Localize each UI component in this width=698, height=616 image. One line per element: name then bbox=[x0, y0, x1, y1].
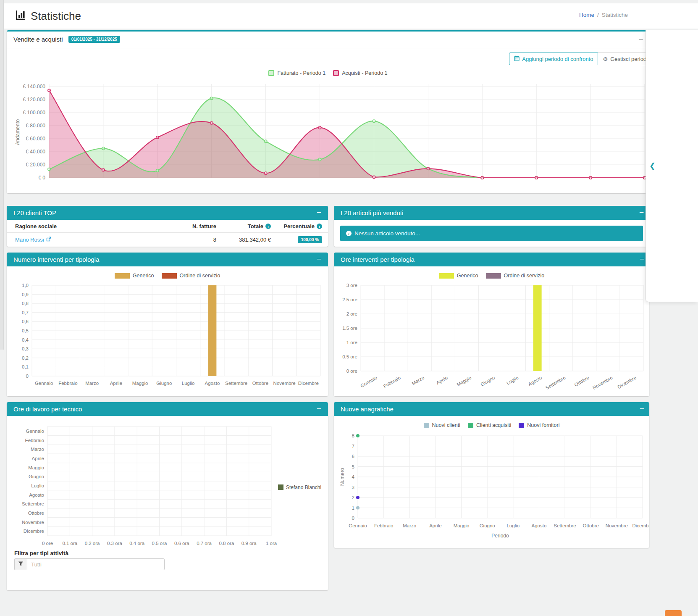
collapse-button[interactable]: − bbox=[640, 254, 644, 265]
svg-text:Novembre: Novembre bbox=[592, 375, 614, 390]
add-comparison-period-button[interactable]: Aggiungi periodo di confronto bbox=[509, 53, 598, 65]
legend-item[interactable]: Acquisti - Periodo 1 bbox=[333, 70, 387, 76]
svg-text:€ 80.000: € 80.000 bbox=[26, 123, 45, 129]
empty-articles-alert: i Nessun articolo venduto... bbox=[340, 226, 643, 241]
svg-text:Giugno: Giugno bbox=[480, 375, 496, 387]
svg-text:0.7 ora: 0.7 ora bbox=[197, 541, 212, 546]
panel-ore-lavoro-header: Ore di lavoro per tecnico − bbox=[7, 402, 328, 416]
svg-text:Ottobre: Ottobre bbox=[583, 523, 599, 528]
collapse-button[interactable]: − bbox=[317, 254, 321, 265]
svg-text:€ 60.000: € 60.000 bbox=[26, 136, 45, 142]
panel-top-articoli-header: I 20 articoli più venduti − bbox=[334, 206, 649, 220]
chevron-left-icon[interactable]: ❮ bbox=[649, 161, 656, 171]
client-percentuale-badge-cell: 100,00 % bbox=[277, 233, 328, 247]
svg-text:Novembre: Novembre bbox=[606, 523, 628, 528]
svg-text:Maggio: Maggio bbox=[28, 465, 44, 470]
breadcrumb-home-link[interactable]: Home bbox=[579, 12, 594, 18]
filter-button[interactable] bbox=[14, 558, 27, 570]
collapse-button[interactable]: − bbox=[639, 207, 644, 218]
svg-text:Luglio: Luglio bbox=[506, 375, 520, 386]
svg-text:Settembre: Settembre bbox=[545, 375, 567, 390]
legend-item[interactable]: Clienti acquisiti bbox=[468, 422, 511, 428]
svg-text:0,1: 0,1 bbox=[22, 364, 29, 369]
panel-numero-interventi: Numero interventi per tipologia − Generi… bbox=[7, 253, 328, 396]
svg-text:1: 1 bbox=[352, 505, 354, 511]
page-title: Statistiche bbox=[31, 10, 81, 23]
legend-swatch bbox=[268, 70, 274, 76]
svg-text:Luglio: Luglio bbox=[182, 381, 195, 386]
svg-text:6: 6 bbox=[352, 454, 354, 459]
vendite-chart-legend: Fatturato - Periodo 1Acquisti - Periodo … bbox=[7, 70, 649, 76]
period-badge: 01/01/2025 - 31/12/2025 bbox=[68, 36, 120, 43]
svg-text:0: 0 bbox=[26, 374, 29, 379]
svg-text:Maggio: Maggio bbox=[456, 375, 472, 387]
breadcrumb-current: Statistiche bbox=[602, 12, 628, 18]
legend-label: Ordine di servizio bbox=[180, 273, 220, 279]
svg-text:Giugno: Giugno bbox=[480, 523, 495, 528]
svg-text:0 ore: 0 ore bbox=[42, 541, 53, 546]
svg-text:0,9: 0,9 bbox=[22, 292, 29, 297]
svg-text:Marzo: Marzo bbox=[411, 375, 425, 386]
panel-ore-lavoro-title: Ore di lavoro per tecnico bbox=[13, 405, 82, 413]
legend-item[interactable]: Generico bbox=[115, 273, 154, 279]
manage-periods-button[interactable]: ⚙ Gestisci periodi bbox=[598, 53, 649, 65]
svg-text:3: 3 bbox=[352, 485, 354, 490]
svg-text:Ottobre: Ottobre bbox=[574, 375, 590, 387]
floating-action-button[interactable] bbox=[665, 610, 682, 616]
svg-text:€ 120.000: € 120.000 bbox=[23, 97, 46, 103]
svg-text:Agosto: Agosto bbox=[532, 523, 547, 528]
breadcrumb: Home / Statistiche bbox=[579, 12, 628, 18]
svg-text:Novembre: Novembre bbox=[22, 520, 44, 525]
funnel-icon bbox=[18, 561, 24, 568]
panel-ore-interventi-header: Ore interventi per tipologia − bbox=[334, 253, 649, 266]
info-icon[interactable]: i bbox=[265, 224, 271, 229]
svg-text:Aprile: Aprile bbox=[429, 523, 441, 528]
svg-text:Marzo: Marzo bbox=[403, 523, 416, 528]
collapsed-sidebar-strip bbox=[0, 0, 4, 350]
external-link-icon bbox=[46, 237, 51, 243]
svg-text:Ottobre: Ottobre bbox=[28, 511, 44, 516]
svg-text:Dicembre: Dicembre bbox=[617, 375, 637, 390]
svg-text:5: 5 bbox=[352, 464, 354, 469]
client-link[interactable]: Mario Rossi bbox=[15, 237, 51, 243]
collapse-button[interactable]: − bbox=[317, 207, 321, 218]
filter-activity-input[interactable] bbox=[27, 558, 165, 570]
svg-text:Febbraio: Febbraio bbox=[25, 438, 44, 443]
legend-item[interactable]: Fatturato - Periodo 1 bbox=[268, 70, 325, 76]
percent-badge: 100,00 % bbox=[298, 236, 322, 243]
svg-text:2.5 ore: 2.5 ore bbox=[342, 297, 357, 302]
vendite-toolbar: Aggiungi periodo di confronto ⚙ Gestisci… bbox=[509, 53, 649, 65]
svg-text:0.5 ore: 0.5 ore bbox=[342, 354, 357, 359]
svg-text:1 ora: 1 ora bbox=[266, 541, 277, 546]
svg-text:Periodo: Periodo bbox=[491, 533, 509, 539]
legend-item[interactable]: Ordine di servizio bbox=[162, 273, 220, 279]
legend-item[interactable]: Ordine di servizio bbox=[486, 273, 545, 279]
svg-text:3 ore: 3 ore bbox=[346, 283, 357, 288]
calendar-icon bbox=[514, 55, 520, 62]
svg-text:0 ore: 0 ore bbox=[346, 369, 357, 374]
svg-text:0.2 ora: 0.2 ora bbox=[85, 541, 100, 546]
collapse-button[interactable]: − bbox=[317, 403, 321, 414]
bar-chart-icon bbox=[15, 9, 26, 23]
legend-swatch bbox=[519, 423, 524, 428]
legend-item[interactable]: Generico bbox=[439, 273, 478, 279]
svg-text:0.1 ora: 0.1 ora bbox=[62, 541, 77, 546]
legend-label: Generico bbox=[457, 273, 478, 279]
panel-ore-interventi: Ore interventi per tipologia − GenericoO… bbox=[334, 253, 649, 396]
svg-text:€ 140.000: € 140.000 bbox=[23, 84, 46, 90]
numero-chart-legend: GenericoOrdine di servizio bbox=[7, 273, 328, 279]
ore-interventi-chart: 0 ore0.5 ore1 ore1.5 ore2 ore2.5 ore3 or… bbox=[334, 282, 649, 392]
svg-text:€ 100.000: € 100.000 bbox=[23, 110, 46, 116]
info-icon[interactable]: i bbox=[317, 224, 322, 229]
svg-text:Aprile: Aprile bbox=[32, 456, 44, 461]
collapse-button[interactable]: − bbox=[638, 34, 643, 45]
svg-text:Gennaio: Gennaio bbox=[35, 381, 53, 386]
table-row: Mario Rossi 8 381.342,00 € 100,00 % bbox=[7, 233, 328, 247]
collapse-button[interactable]: − bbox=[640, 403, 644, 414]
anagrafiche-chart: 012345678NumeroGennaioFebbraioMarzoApril… bbox=[334, 430, 649, 544]
info-icon: i bbox=[346, 231, 352, 236]
legend-item[interactable]: Nuovi clienti bbox=[424, 422, 460, 428]
svg-text:Aprile: Aprile bbox=[110, 381, 122, 386]
legend-item[interactable]: Nuovi fornitori bbox=[519, 422, 559, 428]
filter-activity-group bbox=[14, 558, 165, 570]
